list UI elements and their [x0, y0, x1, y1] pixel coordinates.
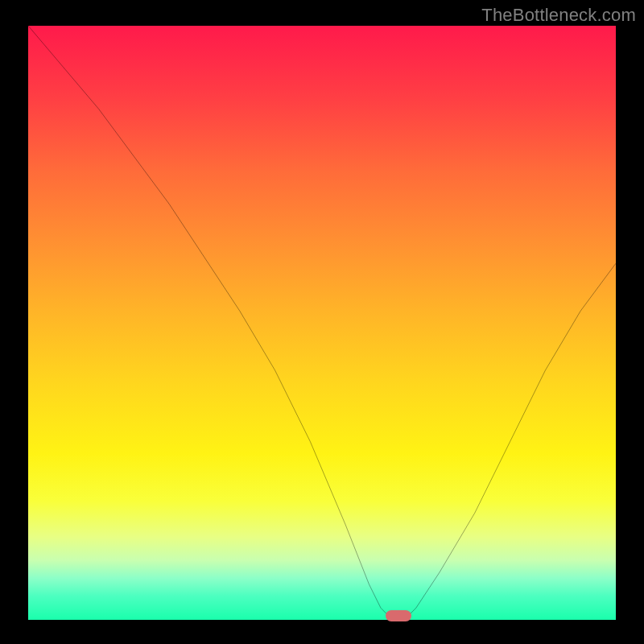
- plot-area: [28, 26, 616, 620]
- trough-marker: [386, 610, 411, 621]
- watermark-label: TheBottleneck.com: [481, 5, 636, 26]
- bottleneck-curve: [28, 26, 616, 620]
- curve-path: [28, 26, 616, 620]
- chart-frame: TheBottleneck.com: [0, 0, 644, 644]
